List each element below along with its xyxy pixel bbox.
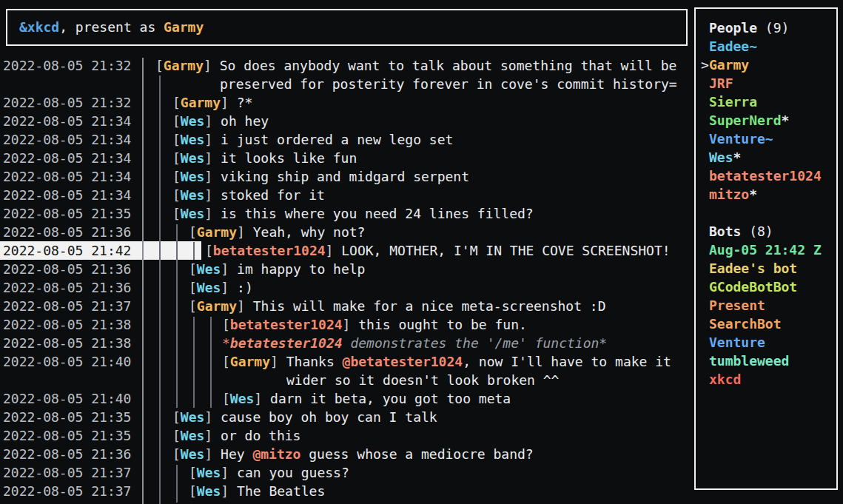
- chat-pane: 2022-08-05 21:32[Garmy] So does anybody …: [0, 0, 695, 504]
- user-list-item[interactable]: JRF: [696, 74, 835, 93]
- user-name: Wes*: [709, 148, 741, 167]
- bot-name: Present: [709, 296, 765, 315]
- message-timestamp: 2022-08-05 21:34: [3, 130, 131, 149]
- message-text: [Wes] im happy to help: [189, 260, 365, 278]
- chat-message-row[interactable]: 2022-08-05 21:34[Wes] it looks like fun: [0, 149, 695, 167]
- user-list-item[interactable]: mitzo*: [696, 185, 835, 204]
- message-text: [Wes] or do this: [172, 426, 300, 445]
- message-text: [Wes] oh hey: [172, 112, 269, 130]
- message-timestamp: 2022-08-05 21:35: [3, 408, 131, 426]
- people-header: People (9): [696, 19, 835, 37]
- bot-list-item[interactable]: Aug-05 21:42 Z: [696, 241, 835, 259]
- chat-message-row[interactable]: 2022-08-05 21:37[Garmy] This will make f…: [0, 297, 695, 315]
- thread-line: [210, 317, 212, 408]
- user-list-item[interactable]: Wes*: [696, 148, 835, 167]
- user-name: betatester1024: [709, 167, 822, 185]
- chat-message-row[interactable]: 2022-08-05 21:34[Wes] oh hey: [0, 112, 695, 130]
- message-text: [Wes] darn it beta, you got too meta: [222, 389, 511, 408]
- bot-name: Venture: [709, 333, 765, 352]
- chat-message-row[interactable]: 2022-08-05 21:35[Wes] cause boy oh boy c…: [0, 408, 695, 426]
- message-timestamp: 2022-08-05 21:32: [3, 56, 131, 75]
- chat-message-row[interactable]: 2022-08-05 21:37[Wes] The Beatles: [0, 482, 695, 500]
- user-list-item[interactable]: SuperNerd*: [696, 111, 835, 130]
- user-name: mitzo*: [709, 185, 757, 204]
- message-timestamp: 2022-08-05 21:35: [3, 426, 131, 445]
- message-timestamp: 2022-08-05 21:34: [3, 112, 131, 130]
- message-text: [Garmy] ?*: [172, 93, 252, 112]
- message-timestamp: 2022-08-05 21:34: [3, 167, 131, 186]
- thread-line: [176, 224, 178, 408]
- channel-header-text: &xkcd, present as Garmy: [19, 18, 204, 36]
- user-name: Eadee~: [709, 37, 757, 56]
- message-text: [Wes] is this where you need 24 lines fi…: [172, 204, 534, 223]
- chat-message-row[interactable]: 2022-08-05 21:34[Wes] stoked for it: [0, 186, 695, 204]
- message-timestamp: 2022-08-05 21:36: [3, 260, 131, 278]
- people-count: (9): [757, 20, 789, 36]
- bots-count: (8): [741, 224, 773, 239]
- chat-message-row[interactable]: 2022-08-05 21:40[Garmy] Thanks @betatest…: [0, 352, 695, 371]
- bot-list-item[interactable]: SearchBot: [696, 315, 835, 333]
- bot-name: SearchBot: [709, 315, 782, 333]
- chat-message-row[interactable]: 2022-08-05 21:38*betatester1024 demonstr…: [0, 334, 695, 352]
- chat-message-row[interactable]: 2022-08-05 21:38[betatester1024] this ou…: [0, 315, 695, 334]
- user-list-item[interactable]: Eadee~: [696, 37, 835, 56]
- chat-message-row[interactable]: 2022-08-05 21:34[Wes] i just ordered a n…: [0, 130, 695, 149]
- chat-message-row[interactable]: 2022-08-05 21:37[Wes] can you guess?: [0, 463, 695, 482]
- chat-message-row[interactable]: 2022-08-05 21:36[Wes] :): [0, 278, 695, 297]
- selected-user-marker: >: [701, 56, 709, 74]
- message-text: [Wes] can you guess?: [189, 463, 349, 482]
- message-text: [Garmy] This will make for a nice meta-s…: [189, 297, 606, 315]
- message-timestamp: 2022-08-05 21:40: [3, 352, 131, 371]
- message-text: [Wes] The Beatles: [189, 482, 325, 500]
- bot-name: Eadee's bot: [709, 259, 797, 278]
- message-text: [Wes] it looks like fun: [172, 149, 357, 167]
- chat-message-row[interactable]: 2022-08-05 21:32[Garmy] So does anybody …: [0, 56, 695, 75]
- bot-list-item[interactable]: Present: [696, 296, 835, 315]
- message-text: [Wes] :): [189, 278, 253, 297]
- thread-line: [176, 465, 178, 503]
- chat-message-row[interactable]: 2022-08-05 21:35[Wes] or do this: [0, 426, 695, 445]
- message-text: [Garmy] Thanks @betatester1024, now I'll…: [222, 352, 671, 371]
- chat-message-row[interactable]: 2022-08-05 21:36[Wes] Hey @mitzo guess w…: [0, 445, 695, 463]
- pane-separator-line: [142, 58, 144, 504]
- away-star-suffix: *: [782, 112, 790, 128]
- message-wrap-continuation: wider so it doesn't look broken ^^: [286, 371, 559, 389]
- chat-message-row[interactable]: 2022-08-05 21:36[Garmy] Yeah, why not?: [0, 223, 695, 241]
- chat-message-row[interactable]: 2022-08-05 21:42[betatester1024] LOOK, M…: [0, 241, 695, 260]
- chat-message-row[interactable]: 2022-08-05 21:36[Wes] im happy to help: [0, 260, 695, 278]
- bot-list-item[interactable]: Venture: [696, 333, 835, 352]
- thread-line: [193, 317, 195, 408]
- message-text: [Wes] Hey @mitzo guess whose a mediocre …: [172, 445, 534, 463]
- message-text: [betatester1024] LOOK, MOTHER, I'M IN TH…: [205, 241, 671, 260]
- bots-title: Bots: [709, 224, 741, 239]
- bot-name: xkcd: [709, 370, 741, 389]
- chat-message-row[interactable]: preserved for posterity forever in cove'…: [0, 75, 695, 93]
- chat-message-row[interactable]: 2022-08-05 21:40[Wes] darn it beta, you …: [0, 389, 695, 408]
- bots-header: Bots (8): [696, 222, 835, 241]
- bot-list-item[interactable]: Eadee's bot: [696, 259, 835, 278]
- channel-header-box: &xkcd, present as Garmy: [6, 9, 688, 46]
- user-list-item[interactable]: Venture~: [696, 130, 835, 148]
- message-timestamp: 2022-08-05 21:38: [3, 334, 131, 352]
- message-timestamp: 2022-08-05 21:37: [3, 297, 131, 315]
- message-timestamp: 2022-08-05 21:36: [3, 445, 131, 463]
- user-list-item[interactable]: betatester1024: [696, 167, 835, 185]
- chat-message-row[interactable]: 2022-08-05 21:35[Wes] is this where you …: [0, 204, 695, 223]
- header-separator-text: , present as: [59, 19, 164, 35]
- bot-list-item[interactable]: xkcd: [696, 370, 835, 389]
- user-list-item[interactable]: Sierra: [696, 93, 835, 111]
- chat-message-row[interactable]: 2022-08-05 21:34[Wes] viking ship and mi…: [0, 167, 695, 186]
- message-timestamp: 2022-08-05 21:34: [3, 186, 131, 204]
- chat-message-row[interactable]: 2022-08-05 21:32[Garmy] ?*: [0, 93, 695, 112]
- user-name: SuperNerd*: [709, 111, 789, 130]
- bot-list-item[interactable]: GCodeBotBot: [696, 278, 835, 296]
- current-nick: Garmy: [164, 19, 204, 35]
- message-timestamp: 2022-08-05 21:32: [3, 93, 131, 112]
- user-name: Garmy: [709, 56, 749, 74]
- chat-message-row[interactable]: wider so it doesn't look broken ^^: [0, 371, 695, 389]
- bot-list-item[interactable]: tumbleweed: [696, 352, 835, 370]
- bot-name: tumbleweed: [709, 352, 789, 370]
- channel-name: &xkcd: [19, 19, 59, 35]
- user-list-item[interactable]: >Garmy: [696, 56, 835, 74]
- message-text: [Wes] i just ordered a new lego set: [172, 130, 453, 149]
